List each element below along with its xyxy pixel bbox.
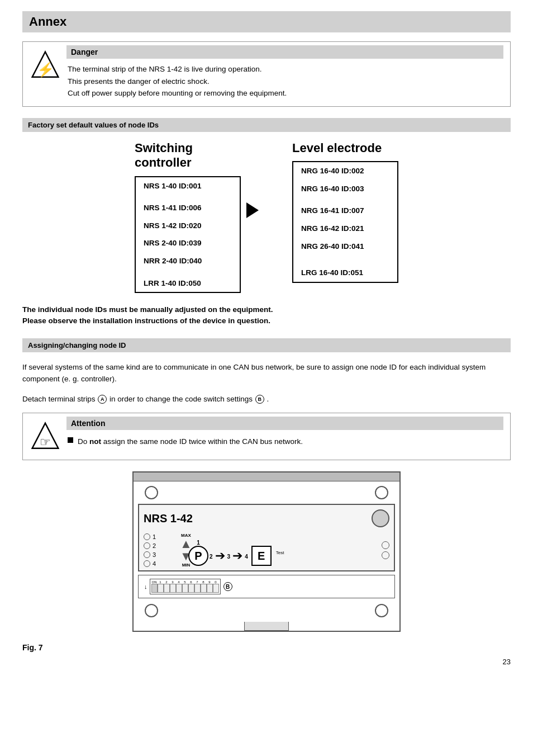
attention-box: ☞ Attention Do not assign the same node … xyxy=(22,413,511,460)
attention-body: Do not assign the same node ID twice wit… xyxy=(78,436,303,448)
danger-icon-cell: ⚡ xyxy=(23,42,68,106)
device-diagram-wrapper: NRS 1-42 1 2 3 xyxy=(22,471,511,632)
device-top-right-circle xyxy=(375,486,388,499)
e-button[interactable]: E xyxy=(251,546,272,566)
device-controls-row: 1 P 2 ➔ 3 ➔ 4 E Te xyxy=(188,540,389,566)
level-3: 3 xyxy=(144,551,172,558)
attention-do: Do xyxy=(78,437,87,446)
switching-row-6: LRR 1-40 ID:050 xyxy=(136,275,240,292)
para2-mid: in order to change the code switch setti… xyxy=(110,395,253,403)
step-4: 4 xyxy=(245,546,248,560)
dip-5 xyxy=(182,584,188,593)
assigning-section-header: Assigning/changing node ID xyxy=(22,338,511,352)
device-diagram: NRS 1-42 1 2 3 xyxy=(132,471,401,632)
device-dip-section: ↓ ON 1 2 3 4 5 6 7 8 9 0 xyxy=(138,575,395,598)
device-main-panel: NRS 1-42 1 2 3 xyxy=(138,504,395,571)
level-row-1: NRG 16-40 ID:002 xyxy=(293,162,397,180)
device-connector-tab xyxy=(134,622,399,631)
dip-6 xyxy=(188,584,194,593)
node-diagram: Switching controller NRS 1-40 ID:001 NRS… xyxy=(22,141,511,293)
step-3-arrow: ➔ xyxy=(232,542,242,563)
level-circle-1 xyxy=(144,533,150,540)
dip-arrow-icon: ↓ xyxy=(144,583,147,590)
level-table: NRG 16-40 ID:002 NRG 16-40 ID:003 NRG 16… xyxy=(292,161,398,283)
e-button-container: E xyxy=(251,540,272,566)
note-line2: Please observe the installation instruct… xyxy=(22,315,511,327)
attention-text: Do not assign the same node ID twice wit… xyxy=(68,436,503,448)
page-number: 23 xyxy=(22,658,511,666)
dip-2 xyxy=(164,584,170,593)
attention-not: not xyxy=(89,437,101,446)
level-2: 2 xyxy=(144,542,172,549)
level-row-6: LRG 16-40 ID:051 xyxy=(293,264,397,282)
attention-icon: ☞ xyxy=(31,421,59,452)
device-bottom-circles xyxy=(134,602,399,622)
dip-8 xyxy=(201,584,207,593)
assigning-para2: Detach terminal strips A in order to cha… xyxy=(22,393,511,405)
fig-label: Fig. 7 xyxy=(22,643,511,652)
level-1: 1 xyxy=(144,533,172,540)
svg-text:☞: ☞ xyxy=(40,435,51,449)
device-bottom-right-circle xyxy=(375,604,388,617)
right-triangle-icon xyxy=(246,202,259,218)
danger-text: The terminal strip of the NRS 1-42 is li… xyxy=(68,63,503,100)
badge-b-icon: B xyxy=(255,395,264,404)
dip-4 xyxy=(176,584,182,593)
device-top-left-circle xyxy=(145,486,158,499)
dip-switches: ON 1 2 3 4 5 6 7 8 9 0 xyxy=(150,579,221,594)
test-label-container: Test xyxy=(276,550,284,555)
danger-label: Danger xyxy=(66,45,503,59)
attention-rest: assign the same node ID twice within the… xyxy=(103,437,303,446)
factory-section-header: Factory set default values of node IDs xyxy=(22,118,511,132)
bullet-icon xyxy=(68,437,73,443)
dip-9 xyxy=(207,584,213,593)
switching-row-1: NRS 1-40 ID:001 xyxy=(136,177,240,195)
level-4: 4 xyxy=(144,560,172,567)
danger-line1: The terminal strip of the NRS 1-42 is li… xyxy=(68,65,261,73)
device-levels: 1 2 3 4 xyxy=(144,533,172,567)
attention-content: Attention Do not assign the same node ID… xyxy=(68,413,510,460)
badge-b-device: B xyxy=(223,582,232,591)
step-3: 3 xyxy=(227,546,231,560)
device-top-circles xyxy=(134,481,399,504)
p-button[interactable]: P xyxy=(188,546,208,566)
step-1: 1 P xyxy=(188,540,208,566)
svg-text:⚡: ⚡ xyxy=(37,61,55,78)
dip-1 xyxy=(158,584,164,593)
step-2-arrow: ➔ xyxy=(215,542,225,563)
level-row-5: NRG 26-40 ID:041 xyxy=(293,238,397,256)
device-right-indicators xyxy=(382,541,389,559)
switching-row-5: NRR 2-40 ID:040 xyxy=(136,252,240,270)
assigning-para1: If several systems of the same kind are … xyxy=(22,361,511,385)
dip-area: ↓ ON 1 2 3 4 5 6 7 8 9 0 xyxy=(144,579,233,594)
device-bottom-left-circle xyxy=(145,604,158,617)
switching-row-3: NRS 1-42 ID:020 xyxy=(136,217,240,235)
note-bold: The individual node IDs must be manually… xyxy=(22,304,511,327)
right-circle-top xyxy=(382,541,389,549)
attention-label: Attention xyxy=(66,417,503,430)
device-panel-top: NRS 1-42 xyxy=(144,509,389,527)
level-row-3: NRG 16-41 ID:007 xyxy=(293,202,397,220)
step-2: 2 xyxy=(210,546,213,560)
device-nrs-label: NRS 1-42 xyxy=(144,512,193,525)
test-label: Test xyxy=(276,550,284,555)
right-circle-bottom xyxy=(382,551,389,559)
switching-row-4: NRS 2-40 ID:039 xyxy=(136,234,240,252)
switching-title: Switching controller xyxy=(135,141,193,171)
dip-3 xyxy=(170,584,176,593)
para2-suffix: . xyxy=(267,395,269,403)
device-knob xyxy=(372,509,389,527)
arrow-connector xyxy=(246,141,259,218)
right-arrow-icon: ➔ xyxy=(215,549,225,563)
annex-header: Annex xyxy=(22,11,511,32)
level-circle-4 xyxy=(144,560,150,567)
danger-box: ⚡ Danger The terminal strip of the NRS 1… xyxy=(22,41,511,107)
danger-line3: Cut off power supply before mounting or … xyxy=(68,89,287,97)
level-electrode-title: Level electrode xyxy=(292,141,382,155)
attention-icon-cell: ☞ xyxy=(23,413,68,460)
dip-0 xyxy=(151,584,158,593)
danger-line2: This presents the danger of electric sho… xyxy=(68,77,210,86)
dip-7 xyxy=(194,584,201,593)
level-row-4: NRG 16-42 ID:021 xyxy=(293,220,397,238)
dip-10 xyxy=(213,584,219,593)
